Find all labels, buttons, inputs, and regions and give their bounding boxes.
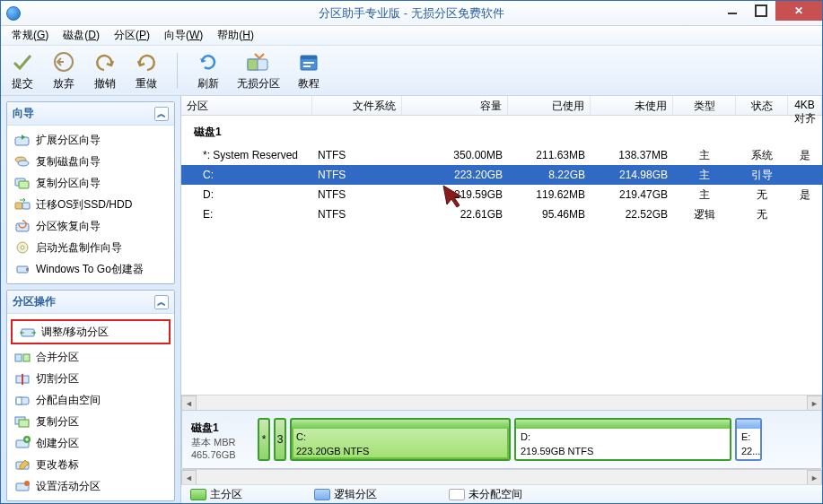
sidebar-item-merge[interactable]: 合并分区 xyxy=(7,346,174,368)
scroll-right-button[interactable]: ► xyxy=(807,470,822,485)
table-row[interactable]: E:NTFS22.61GB95.46MB22.52GB逻辑无 xyxy=(181,204,822,224)
close-button[interactable] xyxy=(775,1,822,21)
sidebar-item-label: 扩展分区向导 xyxy=(36,133,101,148)
merge-icon xyxy=(14,349,31,365)
swatch-logical-icon xyxy=(314,489,330,500)
ops-panel-title: 分区操作 xyxy=(13,294,56,309)
sidebar-item-create-partition[interactable]: 创建分区 xyxy=(7,432,174,454)
col-capacity[interactable]: 容量 xyxy=(402,96,508,115)
menu-partition[interactable]: 分区(P) xyxy=(107,26,157,45)
refresh-button[interactable]: 刷新 xyxy=(194,48,223,93)
minimize-button[interactable] xyxy=(718,1,747,21)
scroll-track[interactable] xyxy=(197,470,807,484)
disk-size: 465.76GB xyxy=(191,449,252,460)
sidebar-item-copy-disk-wizard[interactable]: 复制磁盘向导 xyxy=(7,151,174,172)
collapse-icon[interactable]: ︽ xyxy=(154,107,169,121)
menu-general[interactable]: 常规(G) xyxy=(4,26,56,45)
legend-primary: 主分区 xyxy=(190,487,242,502)
sidebar-item-allocate-free[interactable]: 分配自由空间 xyxy=(7,389,174,411)
resize-icon xyxy=(20,324,36,340)
maximize-button[interactable] xyxy=(747,1,775,21)
sidebar-item-resize-move[interactable]: 调整/移动分区 xyxy=(13,321,169,343)
menu-help[interactable]: 帮助(H) xyxy=(210,26,261,45)
partition-block-small[interactable]: 3 xyxy=(274,418,286,461)
sidebar-item-label: 分配自由空间 xyxy=(36,393,101,408)
svg-point-33 xyxy=(24,481,30,486)
swatch-unalloc-icon xyxy=(449,489,465,500)
undo-button[interactable]: 撤销 xyxy=(91,48,119,93)
collapse-icon[interactable]: ︽ xyxy=(154,295,169,309)
legend-unallocated: 未分配空间 xyxy=(449,487,522,502)
svg-rect-22 xyxy=(23,354,30,361)
content-area: 分区 文件系统 容量 已使用 未使用 类型 状态 4KB对齐 磁盘1 *: Sy… xyxy=(181,96,822,504)
book-icon xyxy=(296,49,321,74)
scroll-left-button[interactable]: ◄ xyxy=(181,395,197,411)
sidebar-item-copy-partition-wizard[interactable]: 复制分区向导 xyxy=(7,172,174,194)
col-type[interactable]: 类型 xyxy=(673,96,736,115)
table-row[interactable]: D:NTFS219.59GB119.62MB219.47GB主无是 xyxy=(181,185,822,204)
commit-button[interactable]: 提交 xyxy=(8,48,37,93)
svg-rect-28 xyxy=(19,420,29,427)
col-used[interactable]: 已使用 xyxy=(508,96,591,115)
diskmap-scrollbar[interactable]: ◄ ► xyxy=(181,469,822,484)
disk-header[interactable]: 磁盘1 xyxy=(181,116,822,145)
sidebar-item-migrate-os[interactable]: 迁移OS到SSD/HDD xyxy=(7,194,174,215)
col-partition[interactable]: 分区 xyxy=(181,96,312,115)
refresh-icon xyxy=(196,49,221,74)
sidebar-item-recovery-wizard[interactable]: 分区恢复向导 xyxy=(7,215,174,237)
sidebar-item-extend-wizard[interactable]: 扩展分区向导 xyxy=(7,129,174,151)
sidebar: 向导 ︽ 扩展分区向导 复制磁盘向导 复制分区向导 迁移OS到SSD/HDD 分… xyxy=(1,96,181,504)
partition-block[interactable]: C:223.20GB NTFS xyxy=(290,418,511,461)
partition-block[interactable]: D:219.59GB NTFS xyxy=(514,418,731,461)
sidebar-item-wtg-creator[interactable]: Windows To Go创建器 xyxy=(7,258,174,280)
legend: 主分区 逻辑分区 未分配空间 xyxy=(181,484,822,504)
horizontal-scrollbar[interactable]: ◄ ► xyxy=(181,395,822,410)
col-4k-align[interactable]: 4KB对齐 xyxy=(788,96,822,115)
sidebar-item-label: 复制磁盘向导 xyxy=(36,154,101,169)
col-filesystem[interactable]: 文件系统 xyxy=(312,96,402,115)
sidebar-item-bootdisc-wizard[interactable]: 启动光盘制作向导 xyxy=(7,237,174,258)
scroll-left-button[interactable]: ◄ xyxy=(181,470,197,485)
svg-rect-14 xyxy=(22,203,30,209)
scroll-right-button[interactable]: ► xyxy=(807,395,822,411)
toolbar: 提交 放弃 撤销 重做 刷新 无损分区 教程 xyxy=(1,46,822,96)
svg-rect-6 xyxy=(303,62,314,64)
sidebar-item-change-label[interactable]: 更改卷标 xyxy=(7,454,174,475)
discard-button[interactable]: 放弃 xyxy=(49,48,78,93)
redo-button[interactable]: 重做 xyxy=(132,48,161,93)
usb-icon xyxy=(14,261,31,277)
svg-rect-26 xyxy=(16,397,22,404)
col-free[interactable]: 未使用 xyxy=(591,96,673,115)
wizard-panel-header[interactable]: 向导 ︽ xyxy=(7,102,174,126)
scroll-track[interactable] xyxy=(197,395,807,410)
drive-extend-icon xyxy=(14,132,31,148)
swatch-primary-icon xyxy=(190,489,206,500)
svg-point-10 xyxy=(18,161,29,166)
lossless-button[interactable]: 无损分区 xyxy=(235,48,282,93)
tutorial-button[interactable]: 教程 xyxy=(294,48,323,93)
sidebar-item-label: 复制分区 xyxy=(36,414,79,430)
col-state[interactable]: 状态 xyxy=(736,96,788,115)
redo-icon xyxy=(134,49,159,74)
recovery-icon xyxy=(14,218,31,234)
sidebar-item-copy-partition[interactable]: 复制分区 xyxy=(7,411,174,432)
sidebar-item-split[interactable]: 切割分区 xyxy=(7,368,174,389)
legend-logical: 逻辑分区 xyxy=(314,487,377,502)
table-row[interactable]: *: System ReservedNTFS350.00MB211.63MB13… xyxy=(181,145,822,165)
menu-wizard[interactable]: 向导(W) xyxy=(157,26,210,45)
active-icon xyxy=(14,478,31,494)
drive-copy-icon xyxy=(14,175,31,191)
svg-point-17 xyxy=(21,246,24,249)
allocate-icon xyxy=(14,392,31,408)
disks-icon xyxy=(14,153,31,169)
partition-block[interactable]: E:22... xyxy=(735,418,762,461)
ops-panel-header[interactable]: 分区操作 ︽ xyxy=(7,291,174,314)
disk-info[interactable]: 磁盘1 基本 MBR 465.76GB xyxy=(189,418,254,461)
sidebar-item-label: 启动光盘制作向导 xyxy=(36,240,122,256)
sidebar-item-set-active[interactable]: 设置活动分区 xyxy=(7,475,174,497)
partition-block-reserved[interactable]: * xyxy=(258,418,270,461)
sidebar-item-label: 复制分区向导 xyxy=(36,176,101,191)
table-row[interactable]: C:NTFS223.20GB8.22GB214.98GB主引导 xyxy=(181,165,822,185)
table-body: 磁盘1 *: System ReservedNTFS350.00MB211.63… xyxy=(181,116,822,395)
menu-disk[interactable]: 磁盘(D) xyxy=(56,26,107,45)
